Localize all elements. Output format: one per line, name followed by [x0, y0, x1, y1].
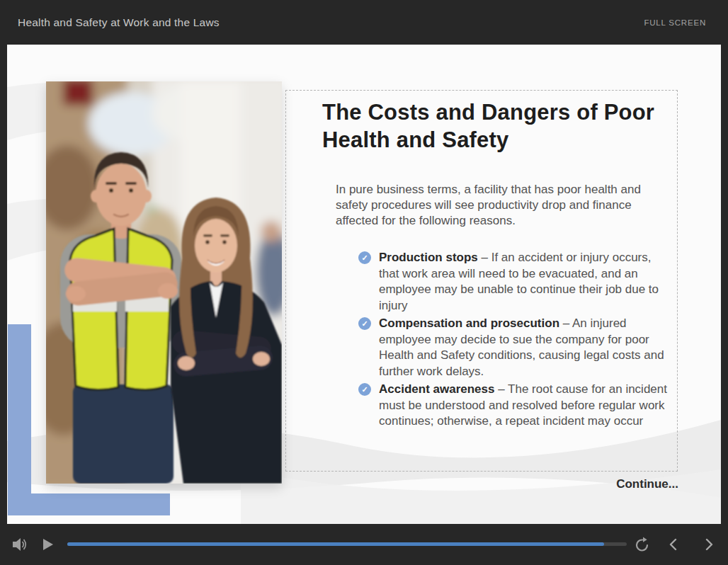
slide-stage: The Costs and Dangers of Poor Health and… [7, 45, 721, 524]
play-icon [42, 538, 54, 551]
chevron-left-icon [666, 537, 681, 552]
speaker-icon [11, 537, 28, 552]
previous-button[interactable] [666, 537, 681, 552]
list-item: ✓ Compensation and prosecution – An inju… [358, 316, 673, 379]
player-bar [0, 524, 728, 565]
next-button[interactable] [702, 537, 716, 552]
blue-rectangle-decoration-vertical [8, 324, 31, 515]
volume-button[interactable] [11, 537, 28, 552]
replay-icon [635, 536, 650, 553]
slide-title: The Costs and Dangers of Poor Health and… [322, 98, 673, 154]
chevron-right-icon [702, 537, 716, 552]
warehouse-workers-photo [46, 81, 282, 484]
seekbar[interactable] [67, 541, 627, 547]
list-item: ✓ Production stops – If an accident or i… [358, 250, 673, 314]
bullet-list: ✓ Production stops – If an accident or i… [358, 250, 673, 432]
seekbar-fill [67, 542, 604, 546]
check-circle-icon: ✓ [358, 317, 371, 330]
course-header: Health and Safety at Work and the Laws F… [0, 0, 728, 45]
fullscreen-button[interactable]: FULL SCREEN [639, 18, 710, 28]
slide-intro-paragraph: In pure business terms, a facility that … [336, 182, 656, 229]
bullet-text: Compensation and prosecution – An injure… [379, 316, 669, 379]
replay-button[interactable] [635, 536, 650, 553]
check-circle-icon: ✓ [358, 251, 371, 264]
blue-rectangle-decoration-horizontal [8, 493, 170, 515]
play-button[interactable] [42, 538, 54, 551]
list-item: ✓ Accident awareness – The root cause fo… [358, 382, 673, 430]
check-circle-icon: ✓ [358, 383, 371, 396]
continue-label[interactable]: Continue... [285, 477, 678, 491]
seekbar-track [67, 542, 627, 546]
bullet-text: Production stops – If an accident or inj… [379, 250, 669, 314]
course-title: Health and Safety at Work and the Laws [18, 16, 220, 29]
bullet-text: Accident awareness – The root cause for … [379, 382, 669, 430]
